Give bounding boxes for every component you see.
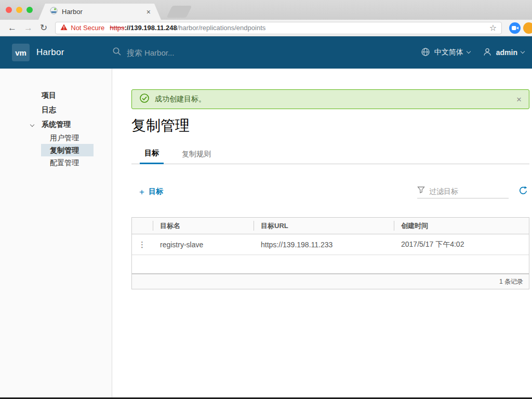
harbor-favicon-icon [50,7,58,17]
tab-close-icon[interactable]: × [147,8,151,16]
column-name: 目标名 [153,218,254,234]
tab-title: Harbor [62,8,147,16]
language-label: 中文简体 [434,48,463,57]
cell-created: 2017/5/17 下午4:02 [394,240,529,249]
chevron-down-icon [467,49,471,54]
success-check-icon [139,93,150,105]
header-actions: 中文简体 admin [408,47,524,58]
record-count: 1 条记录 [499,277,523,286]
page-title: 复制管理 [131,116,529,136]
vmware-logo: vm [12,44,30,61]
tab-replication-rules[interactable]: 复制规则 [177,150,216,164]
column-url: 目标URL [254,218,394,234]
minimize-window-button[interactable] [16,7,22,13]
sidebar-item-logs[interactable]: 日志 [0,102,112,117]
sidebar-item-projects[interactable]: 项目 [0,88,112,102]
forward-icon[interactable]: → [24,23,33,32]
close-window-button[interactable] [6,7,12,13]
zoom-window-button[interactable] [26,7,33,13]
main-content: 成功创建目标。 × 复制管理 目标 复制规则 + 目标 [112,69,532,399]
globe-icon [421,47,430,58]
chevron-down-icon[interactable] [30,123,34,127]
extension-other-icon[interactable] [523,22,532,34]
filter-box [417,186,509,198]
url-host: 139.198.11.248 [130,24,177,32]
sidebar-item-administration[interactable]: 系统管理 [0,117,112,131]
browser-tab[interactable]: Harbor × [38,4,161,20]
tab-bar: 目标 复制规则 [131,149,529,164]
search-input[interactable] [127,48,246,57]
refresh-icon[interactable] [518,185,528,198]
browser-address-bar: ← → ↻ Not Secure https :// 139.198.11.24… [0,20,532,36]
url-scheme: https [110,24,124,32]
filter-funnel-icon [417,186,425,196]
plus-icon: + [139,188,144,196]
user-menu[interactable]: admin [483,47,524,58]
datagrid-empty-space [132,255,529,273]
app-body: 项目 日志 系统管理 用户管理 复制管理 配置管理 成功创建目标。 × 复制管理… [0,69,532,399]
extension-camera-icon[interactable] [509,22,521,34]
endpoints-datagrid: 目标名 目标URL 创建时间 ⋮ registry-slave https://… [131,217,529,289]
global-search [112,47,246,58]
toolbar: + 目标 [131,183,529,198]
tab-endpoints[interactable]: 目标 [140,149,164,164]
sidebar-item-users[interactable]: 用户管理 [41,131,94,144]
harbor-header: vm Harbor 中文简体 admin [0,36,532,69]
success-alert: 成功创建目标。 × [131,89,529,109]
bookmark-star-icon[interactable]: ☆ [489,24,497,32]
back-icon[interactable]: ← [8,23,17,32]
harbor-brand-link[interactable]: vm Harbor [0,44,64,61]
url-field[interactable]: Not Secure https :// 139.198.11.248 /har… [55,22,502,34]
browser-window: Harbor × ← → ↻ Not Secure https :// 139.… [0,0,532,399]
user-icon [483,47,492,58]
window-controls [6,7,33,13]
sidebar: 项目 日志 系统管理 用户管理 复制管理 配置管理 [0,69,112,399]
url-path: /harbor/replications/endpoints [177,24,266,32]
url-separator: :// [124,24,130,32]
column-created: 创建时间 [394,218,529,234]
reload-icon[interactable]: ↻ [40,23,47,32]
not-secure-label[interactable]: Not Secure [71,24,104,32]
new-tab-button[interactable] [166,6,192,18]
chevron-down-icon [521,49,525,54]
app-title: Harbor [36,47,64,58]
alert-message: 成功创建目标。 [155,95,206,104]
sidebar-item-configuration[interactable]: 配置管理 [41,156,94,169]
toolbar-right [417,185,529,198]
language-menu[interactable]: 中文简体 [421,47,470,58]
cell-name: registry-slave [153,241,254,249]
username-label: admin [496,48,517,57]
browser-tab-strip: Harbor × [0,0,532,20]
filter-input[interactable] [429,187,503,195]
column-actions [132,218,153,234]
add-endpoint-button[interactable]: + 目标 [139,187,163,198]
table-row: ⋮ registry-slave https://139.198.11.233 … [132,234,529,255]
alert-close-icon[interactable]: × [516,95,522,104]
row-actions-icon[interactable]: ⋮ [132,240,153,249]
not-secure-warning-icon [60,24,68,32]
cell-url: https://139.198.11.233 [254,241,394,249]
sidebar-item-replication[interactable]: 复制管理 [41,144,94,156]
datagrid-footer: 1 条记录 [132,273,529,289]
datagrid-header: 目标名 目标URL 创建时间 [132,218,529,234]
search-icon [112,47,122,58]
